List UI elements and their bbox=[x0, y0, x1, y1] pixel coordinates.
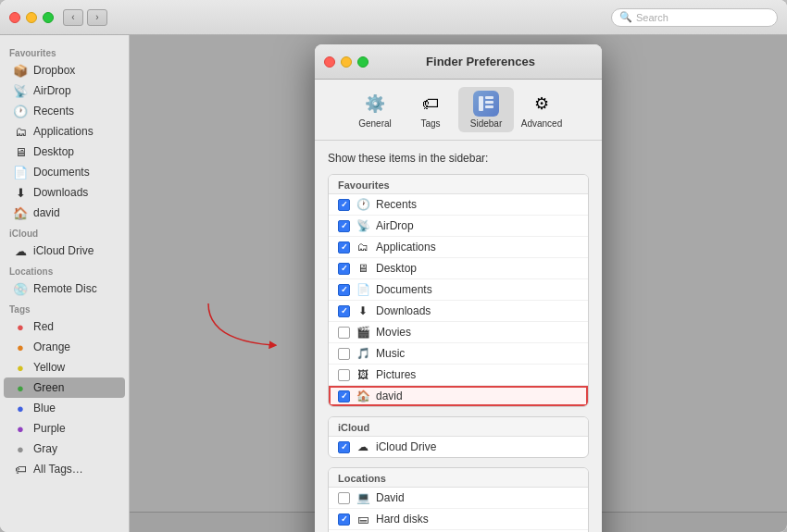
sidebar-item-tag-green[interactable]: ● Green bbox=[4, 377, 125, 398]
tag-blue-icon: ● bbox=[13, 401, 28, 415]
music-item-icon: 🎵 bbox=[356, 346, 370, 361]
applications-item-icon: 🗂 bbox=[356, 240, 370, 254]
tab-advanced[interactable]: ⚙ Advanced bbox=[514, 87, 569, 132]
cb-music-checkbox[interactable] bbox=[338, 348, 350, 360]
david-item-icon: 🏠 bbox=[356, 389, 370, 403]
cb-item-recents[interactable]: ✓ 🕐 Recents bbox=[329, 194, 588, 216]
sidebar-item-recents-label: Recents bbox=[33, 105, 74, 118]
icloud-drive-item-icon: ☁ bbox=[356, 439, 370, 454]
svg-rect-3 bbox=[485, 105, 493, 108]
cb-item-david[interactable]: ✓ 🏠 david bbox=[329, 386, 588, 406]
icloud-section-header: iCloud bbox=[329, 417, 588, 437]
icloud-section: iCloud ✓ ☁ iCloud Drive bbox=[328, 416, 589, 458]
svg-rect-0 bbox=[479, 96, 483, 111]
music-item-label: Music bbox=[376, 347, 405, 360]
minimize-button[interactable] bbox=[26, 12, 37, 23]
back-button[interactable]: ‹ bbox=[63, 9, 83, 26]
cb-item-documents[interactable]: ✓ 📄 Documents bbox=[329, 279, 588, 301]
cb-downloads-checkbox[interactable]: ✓ bbox=[338, 305, 350, 317]
sidebar-item-recents[interactable]: 🕐 Recents bbox=[4, 101, 125, 121]
advanced-tab-icon: ⚙ bbox=[529, 91, 555, 117]
sidebar-item-tag-yellow[interactable]: ● Yellow bbox=[4, 357, 125, 377]
sidebar-item-airdrop[interactable]: 📡 AirDrop bbox=[4, 80, 125, 101]
sidebar-item-david-label: david bbox=[33, 206, 60, 219]
cb-item-david-loc[interactable]: 💻 David bbox=[329, 488, 588, 509]
sidebar-item-desktop[interactable]: 🖥 Desktop bbox=[4, 142, 125, 162]
cb-desktop-checkbox[interactable]: ✓ bbox=[338, 263, 350, 275]
sidebar-item-remote-disc-label: Remote Disc bbox=[33, 282, 97, 295]
prefs-minimize-button[interactable] bbox=[341, 56, 352, 68]
sidebar-item-documents[interactable]: 📄 Documents bbox=[4, 162, 125, 182]
sidebar-item-applications[interactable]: 🗂 Applications bbox=[4, 121, 125, 142]
sidebar-item-david[interactable]: 🏠 david bbox=[4, 203, 125, 223]
cb-item-music[interactable]: 🎵 Music bbox=[329, 343, 588, 365]
sidebar-item-tag-blue[interactable]: ● Blue bbox=[4, 398, 125, 418]
cb-item-movies[interactable]: 🎬 Movies bbox=[329, 322, 588, 343]
advanced-tab-label: Advanced bbox=[521, 118, 562, 129]
sidebar-item-tag-red-label: Red bbox=[33, 320, 54, 333]
cb-david-checkbox[interactable]: ✓ bbox=[338, 390, 350, 402]
locations-section: Locations 💻 David ✓ 🖴 Hard disks bbox=[328, 467, 589, 532]
close-button[interactable] bbox=[9, 12, 20, 23]
cb-documents-checkbox[interactable]: ✓ bbox=[338, 284, 350, 296]
david-item-label: david bbox=[376, 390, 403, 402]
cb-recents-checkbox[interactable]: ✓ bbox=[338, 199, 350, 211]
desktop-item-label: Desktop bbox=[376, 262, 417, 275]
sidebar-item-icloud-drive[interactable]: ☁ iCloud Drive bbox=[4, 241, 125, 261]
cb-airdrop-checkbox[interactable]: ✓ bbox=[338, 220, 350, 232]
cb-item-icloud-drive[interactable]: ✓ ☁ iCloud Drive bbox=[329, 437, 588, 457]
cb-item-applications[interactable]: ✓ 🗂 Applications bbox=[329, 237, 588, 258]
sidebar-item-tag-orange-label: Orange bbox=[33, 340, 70, 353]
cb-david-loc-checkbox[interactable] bbox=[338, 492, 350, 504]
tab-tags[interactable]: 🏷 Tags bbox=[403, 87, 458, 132]
movies-item-icon: 🎬 bbox=[356, 325, 370, 340]
documents-item-label: Documents bbox=[376, 283, 432, 296]
sidebar-section-tags-label: Tags bbox=[0, 299, 129, 316]
sidebar-item-tag-orange[interactable]: ● Orange bbox=[4, 337, 125, 357]
icloud-drive-icon: ☁ bbox=[13, 243, 28, 258]
tag-orange-icon: ● bbox=[13, 340, 28, 354]
sidebar-item-tag-purple-label: Purple bbox=[33, 422, 66, 435]
sidebar-item-tag-all[interactable]: 🏷 All Tags… bbox=[4, 459, 125, 479]
cb-item-desktop[interactable]: ✓ 🖥 Desktop bbox=[329, 258, 588, 279]
airdrop-item-icon: 📡 bbox=[356, 218, 370, 233]
applications-item-label: Applications bbox=[376, 241, 436, 254]
cb-item-airdrop[interactable]: ✓ 📡 AirDrop bbox=[329, 216, 588, 237]
cb-item-pictures[interactable]: 🖼 Pictures bbox=[329, 365, 588, 386]
cb-item-hard-disks[interactable]: ✓ 🖴 Hard disks bbox=[329, 509, 588, 530]
general-tab-label: General bbox=[358, 118, 392, 129]
tab-general[interactable]: ⚙️ General bbox=[347, 87, 403, 132]
nav-buttons: ‹ › bbox=[63, 9, 107, 26]
sidebar-item-dropbox[interactable]: 📦 Dropbox bbox=[4, 60, 125, 80]
dropbox-icon: 📦 bbox=[13, 63, 28, 78]
search-bar[interactable]: 🔍 Search bbox=[611, 8, 778, 27]
tab-sidebar[interactable]: Sidebar bbox=[458, 87, 514, 132]
documents-item-icon: 📄 bbox=[356, 282, 370, 297]
cb-hard-disks-checkbox[interactable]: ✓ bbox=[338, 513, 350, 526]
tag-gray-icon: ● bbox=[13, 441, 28, 456]
sidebar-item-desktop-label: Desktop bbox=[33, 145, 74, 158]
cb-icloud-drive-checkbox[interactable]: ✓ bbox=[338, 441, 350, 453]
tag-all-icon: 🏷 bbox=[13, 462, 28, 476]
sidebar-item-remote-disc[interactable]: 💿 Remote Disc bbox=[4, 278, 125, 299]
tags-tab-icon: 🏷 bbox=[418, 91, 443, 117]
sidebar-item-tag-gray[interactable]: ● Gray bbox=[4, 439, 125, 459]
sidebar-item-tag-red[interactable]: ● Red bbox=[4, 316, 125, 337]
prefs-maximize-button[interactable] bbox=[357, 56, 369, 68]
forward-button[interactable]: › bbox=[87, 9, 107, 26]
prefs-content: Show these items in the sidebar: Favouri… bbox=[315, 141, 602, 532]
pictures-item-icon: 🖼 bbox=[356, 367, 370, 382]
prefs-close-button[interactable] bbox=[324, 56, 335, 68]
cb-applications-checkbox[interactable]: ✓ bbox=[338, 241, 350, 254]
cb-item-downloads[interactable]: ✓ ⬇ Downloads bbox=[329, 301, 588, 322]
toolbar-right: 🔍 Search bbox=[611, 8, 778, 27]
sidebar-item-tag-purple[interactable]: ● Purple bbox=[4, 418, 125, 439]
sidebar-item-tag-green-label: Green bbox=[33, 381, 64, 394]
sidebar-item-downloads[interactable]: ⬇ Downloads bbox=[4, 182, 125, 203]
sidebar-item-documents-label: Documents bbox=[33, 166, 90, 179]
tag-red-icon: ● bbox=[13, 319, 28, 334]
sidebar-item-downloads-label: Downloads bbox=[33, 186, 88, 199]
maximize-button[interactable] bbox=[43, 12, 54, 23]
cb-movies-checkbox[interactable] bbox=[338, 327, 350, 339]
cb-pictures-checkbox[interactable] bbox=[338, 369, 350, 381]
